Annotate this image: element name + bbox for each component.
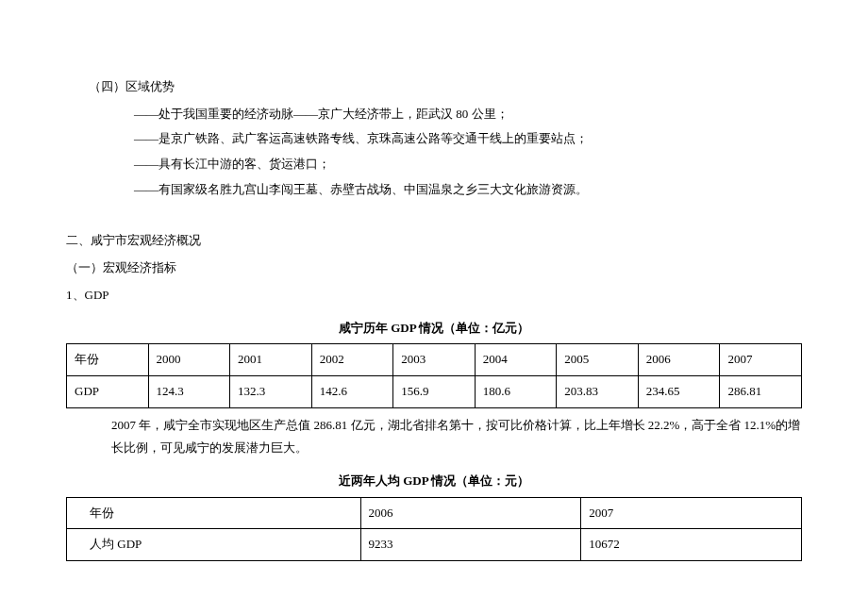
cell-year: 2006 (360, 497, 581, 529)
macro-indicator-heading: （一）宏观经济指标 (66, 257, 802, 280)
gdp-table: 年份 2000 2001 2002 2003 2004 2005 2006 20… (66, 343, 802, 407)
cell-gdp-value: 203.83 (557, 375, 639, 407)
table-row: 年份 2000 2001 2002 2003 2004 2005 2006 20… (67, 344, 802, 376)
bullet-item: ——具有长江中游的客、货运港口； (134, 153, 802, 176)
cell-per-capita-value: 9233 (360, 529, 581, 561)
cell-year: 2000 (148, 344, 230, 376)
cell-gdp-value: 286.81 (720, 375, 802, 407)
table-row: 人均 GDP 9233 10672 (67, 529, 802, 561)
cell-year-label: 年份 (67, 497, 361, 529)
per-capita-gdp-table-title: 近两年人均 GDP 情况（单位：元） (66, 470, 802, 493)
cell-year-label: 年份 (67, 344, 149, 376)
bullet-item: ——是京广铁路、武广客运高速铁路专线、京珠高速公路等交通干线上的重要站点； (134, 127, 802, 151)
bullet-item: ——有国家级名胜九宫山李闯王墓、赤壁古战场、中国温泉之乡三大文化旅游资源。 (134, 178, 802, 202)
gdp-heading: 1、GDP (66, 284, 802, 307)
cell-gdp-value: 132.3 (230, 375, 312, 407)
cell-year: 2001 (230, 344, 312, 376)
regional-advantage-heading: （四）区域优势 (89, 75, 802, 99)
gdp-table-title: 咸宁历年 GDP 情况（单位：亿元） (66, 317, 802, 340)
table-row: 年份 2006 2007 (67, 497, 802, 529)
cell-gdp-value: 180.6 (475, 375, 557, 407)
cell-year: 2002 (311, 344, 393, 376)
cell-gdp-value: 156.9 (393, 375, 476, 407)
cell-year: 2007 (720, 344, 802, 376)
cell-year: 2004 (475, 344, 557, 376)
cell-gdp-value: 142.6 (311, 375, 393, 407)
cell-year: 2003 (393, 344, 476, 376)
cell-year: 2005 (557, 344, 639, 376)
cell-year: 2007 (581, 497, 802, 529)
cell-gdp-value: 234.65 (638, 375, 720, 407)
macro-economy-heading: 二、咸宁市宏观经济概况 (66, 229, 802, 253)
cell-per-capita-value: 10672 (581, 529, 802, 561)
cell-gdp-label: GDP (67, 375, 149, 407)
analysis-paragraph: 2007 年，咸宁全市实现地区生产总值 286.81 亿元，湖北省排名第十，按可… (111, 414, 802, 460)
per-capita-gdp-table: 年份 2006 2007 人均 GDP 9233 10672 (66, 497, 802, 561)
cell-per-capita-label: 人均 GDP (67, 529, 361, 561)
bullet-item: ——处于我国重要的经济动脉——京广大经济带上，距武汉 80 公里； (134, 103, 802, 126)
cell-year: 2006 (638, 344, 720, 376)
cell-gdp-value: 124.3 (148, 375, 230, 407)
table-row: GDP 124.3 132.3 142.6 156.9 180.6 203.83… (67, 375, 802, 407)
